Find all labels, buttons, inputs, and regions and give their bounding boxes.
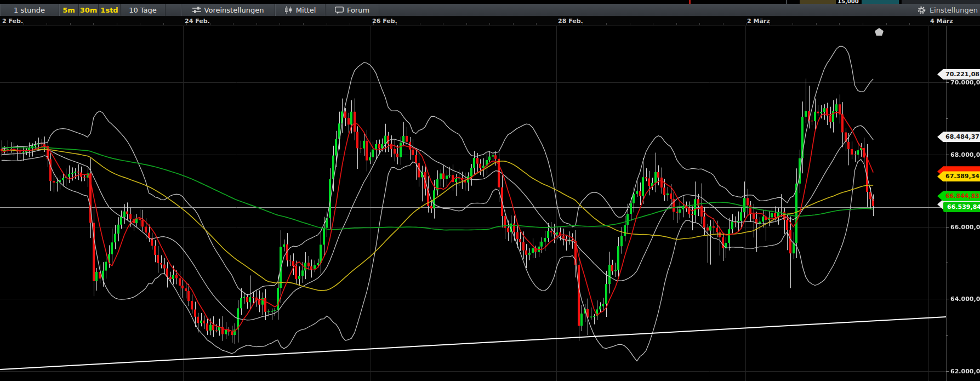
gear-icon: [918, 6, 926, 14]
forum-button[interactable]: Forum: [326, 4, 379, 16]
date-label: 24 Feb.: [185, 18, 210, 25]
forum-button-label: Forum: [347, 6, 369, 14]
date-minor-tick: [630, 23, 630, 25]
date-minor-tick: [746, 23, 747, 25]
date-minor-tick: [210, 23, 210, 25]
date-minor-tick: [327, 23, 327, 25]
date-minor-tick: [396, 23, 397, 25]
tf-1std-label: 1std: [100, 6, 118, 14]
date-minor-tick: [466, 23, 467, 25]
mittel-button-label: Mittel: [296, 6, 316, 14]
tf-5m-label: 5m: [62, 6, 75, 14]
date-minor-tick: [186, 23, 187, 25]
bollinger-mid-flag: 68.484,37: [937, 132, 980, 142]
date-minor-tick: [443, 23, 443, 25]
date-minor-tick: [257, 23, 257, 25]
range-10-tage[interactable]: 10 Tage: [121, 4, 166, 16]
voreinstellungen-button[interactable]: Voreinstellungen: [181, 4, 275, 16]
date-minor-tick: [863, 23, 863, 25]
date-minor-tick: [793, 23, 793, 25]
tf-1std[interactable]: 1std: [99, 4, 121, 16]
speech-bubble-icon: [335, 7, 344, 14]
date-minor-tick: [233, 23, 233, 25]
date-minor-tick: [560, 23, 560, 25]
date-label: 28 Feb.: [558, 18, 583, 25]
green-ma-flag: 66.844,83: [937, 191, 980, 201]
date-minor-tick: [117, 23, 117, 25]
date-minor-tick: [280, 23, 280, 25]
tf-5m[interactable]: 5m: [59, 4, 79, 16]
date-minor-tick: [886, 23, 887, 25]
sliders-icon: [192, 7, 201, 13]
date-label: 26 Feb.: [372, 18, 397, 25]
bubble-icon: [335, 7, 344, 14]
einstellungen-button[interactable]: Einstellungen: [912, 4, 980, 16]
date-minor-tick: [24, 23, 24, 25]
price-tick-label: 66.000,00: [950, 223, 980, 230]
tf-30m-label: 30m: [80, 6, 98, 14]
gear-icon: [918, 6, 926, 14]
date-minor-tick: [420, 23, 420, 25]
date-minor-tick: [350, 23, 350, 25]
date-minor-tick: [163, 23, 164, 25]
price-tick-label: 62.000,00: [950, 368, 980, 375]
date-minor-tick: [839, 23, 840, 25]
candlestick-canvas[interactable]: [0, 25, 980, 381]
date-minor-tick: [489, 23, 490, 25]
date-minor-tick: [770, 23, 770, 25]
candles-icon: [284, 6, 293, 14]
strip-teal-block: [862, 0, 899, 4]
chart-area[interactable]: 70.000,0068.000,0066.000,0064.000,0062.0…: [0, 25, 980, 381]
date-minor-tick: [583, 23, 583, 25]
date-minor-tick: [303, 23, 304, 25]
tf-30m[interactable]: 30m: [79, 4, 99, 16]
yellow-ma-flag: 67.389,34: [937, 171, 980, 181]
date-minor-tick: [373, 23, 374, 25]
price-tick-label: 64.000,00: [950, 295, 980, 303]
date-label: 4 März: [930, 18, 953, 25]
date-minor-tick: [93, 23, 94, 25]
bollinger-upper-flag: 70.221,08: [937, 69, 980, 79]
date-minor-tick: [70, 23, 71, 25]
date-minor-tick: [536, 23, 537, 25]
candlestick-icon: [284, 6, 293, 14]
voreinstellungen-button-label: Voreinstellungen: [204, 6, 264, 14]
price-tick-label: 68.000,00: [950, 151, 980, 158]
date-label: 2 März: [747, 18, 770, 25]
trading-app-window: 15,000 1 stunde5m30m1std10 TageVoreinste…: [0, 0, 980, 381]
einstellungen-label: Einstellungen: [930, 6, 978, 14]
strip-olive-block: [800, 0, 836, 4]
last-price-flag: 66.539,84: [943, 202, 980, 212]
date-minor-tick: [47, 23, 47, 25]
timeframe-select[interactable]: 1 stunde: [0, 4, 59, 16]
date-minor-tick: [140, 23, 140, 25]
date-minor-tick: [606, 23, 607, 25]
date-minor-tick: [723, 23, 723, 25]
date-minor-tick: [909, 23, 910, 25]
date-minor-tick: [816, 23, 817, 25]
date-label: 2 Feb.: [2, 18, 23, 25]
mittel-button[interactable]: Mittel: [275, 4, 326, 16]
strip-separator: [786, 0, 787, 4]
date-minor-tick: [933, 23, 933, 25]
range-10-tage-label: 10 Tage: [129, 6, 157, 14]
strip-red-tick: [689, 0, 691, 4]
price-tick-label: 70.000,00: [950, 79, 980, 86]
top-partial-strip: 15,000: [0, 0, 980, 4]
chart-toolbar: 1 stunde5m30m1std10 TageVoreinstellungen…: [0, 4, 980, 16]
sliders-icon: [192, 7, 201, 13]
strip-gray-block: [902, 0, 980, 4]
date-minor-tick: [676, 23, 677, 25]
date-axis[interactable]: 2 Feb.24 Feb.26 Feb.28 Feb.2 März4 März: [0, 16, 980, 26]
volume-value-label: 15,000: [837, 0, 859, 4]
timeframe-select-label: 1 stunde: [14, 6, 45, 14]
date-minor-tick: [699, 23, 700, 25]
date-minor-tick: [653, 23, 653, 25]
date-minor-tick: [513, 23, 514, 25]
